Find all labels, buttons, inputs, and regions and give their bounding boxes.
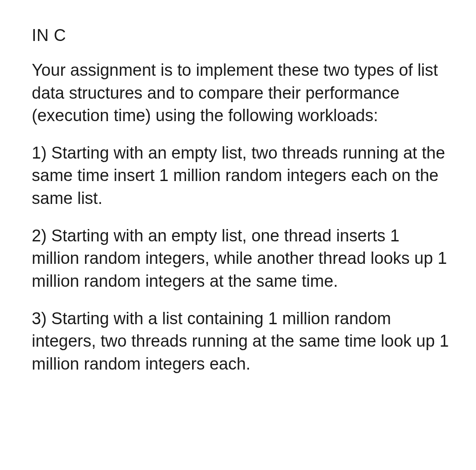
document-heading: IN C xyxy=(32,24,450,47)
workload-item-2: 2) Starting with an empty list, one thre… xyxy=(32,225,450,292)
workload-item-3: 3) Starting with a list containing 1 mil… xyxy=(32,307,450,375)
workload-item-1: 1) Starting with an empty list, two thre… xyxy=(32,142,450,210)
intro-paragraph: Your assignment is to implement these tw… xyxy=(32,59,450,127)
